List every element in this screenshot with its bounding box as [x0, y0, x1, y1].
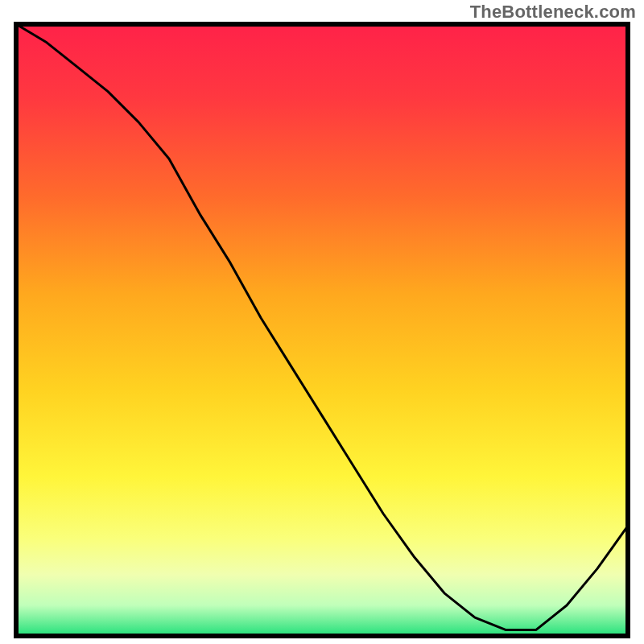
bottleneck-chart — [0, 0, 644, 644]
plot-area — [16, 24, 628, 636]
chart-container: TheBottleneck.com — [0, 0, 644, 644]
plot-background — [16, 24, 628, 636]
